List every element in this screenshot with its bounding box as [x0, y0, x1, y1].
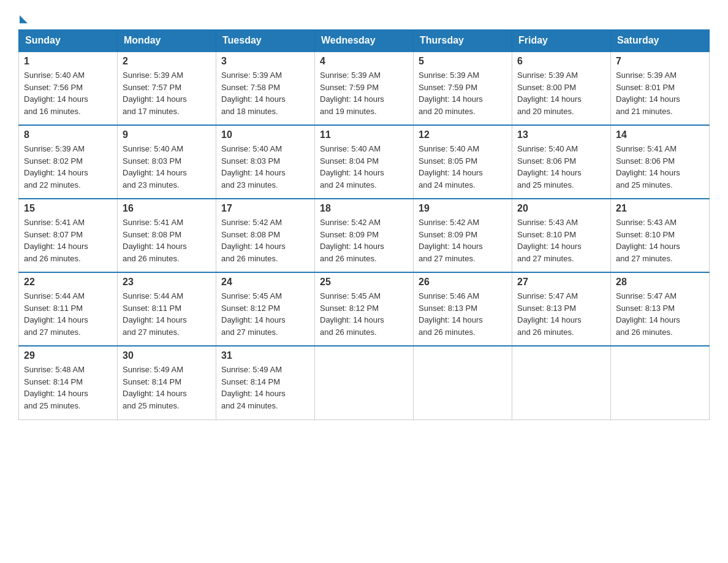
- calendar-header-thursday: Thursday: [414, 30, 512, 52]
- day-number: 27: [517, 277, 605, 288]
- day-info: Sunrise: 5:42 AMSunset: 8:09 PMDaylight:…: [419, 216, 507, 264]
- calendar-day-cell: 12Sunrise: 5:40 AMSunset: 8:05 PMDayligh…: [414, 125, 512, 199]
- day-info: Sunrise: 5:39 AMSunset: 7:59 PMDaylight:…: [419, 69, 507, 117]
- day-number: 4: [320, 56, 408, 67]
- calendar-week-row: 22Sunrise: 5:44 AMSunset: 8:11 PMDayligh…: [19, 272, 710, 346]
- calendar-day-cell: 17Sunrise: 5:42 AMSunset: 8:08 PMDayligh…: [216, 199, 315, 272]
- calendar-day-cell: 3Sunrise: 5:39 AMSunset: 7:58 PMDaylight…: [216, 52, 315, 125]
- day-number: 31: [221, 350, 309, 361]
- day-number: 30: [123, 350, 211, 361]
- calendar-day-cell: 10Sunrise: 5:40 AMSunset: 8:03 PMDayligh…: [216, 125, 315, 199]
- day-info: Sunrise: 5:39 AMSunset: 8:01 PMDaylight:…: [616, 69, 704, 117]
- calendar-day-cell: 28Sunrise: 5:47 AMSunset: 8:13 PMDayligh…: [611, 272, 710, 346]
- calendar-header-row: SundayMondayTuesdayWednesdayThursdayFrid…: [19, 30, 710, 52]
- day-info: Sunrise: 5:49 AMSunset: 8:14 PMDaylight:…: [221, 364, 309, 412]
- day-info: Sunrise: 5:45 AMSunset: 8:12 PMDaylight:…: [320, 290, 408, 338]
- day-info: Sunrise: 5:40 AMSunset: 8:04 PMDaylight:…: [320, 143, 408, 191]
- day-info: Sunrise: 5:44 AMSunset: 8:11 PMDaylight:…: [24, 290, 112, 338]
- day-info: Sunrise: 5:39 AMSunset: 7:59 PMDaylight:…: [320, 69, 408, 117]
- calendar-day-cell: [611, 346, 710, 419]
- calendar-week-row: 15Sunrise: 5:41 AMSunset: 8:07 PMDayligh…: [19, 199, 710, 272]
- calendar-day-cell: 9Sunrise: 5:40 AMSunset: 8:03 PMDaylight…: [118, 125, 216, 199]
- calendar-day-cell: 5Sunrise: 5:39 AMSunset: 7:59 PMDaylight…: [414, 52, 512, 125]
- day-number: 21: [616, 203, 704, 214]
- day-number: 25: [320, 277, 408, 288]
- day-number: 3: [221, 56, 309, 67]
- calendar-header-tuesday: Tuesday: [216, 30, 315, 52]
- day-number: 6: [517, 56, 605, 67]
- calendar-day-cell: 26Sunrise: 5:46 AMSunset: 8:13 PMDayligh…: [414, 272, 512, 346]
- day-number: 20: [517, 203, 605, 214]
- day-info: Sunrise: 5:43 AMSunset: 8:10 PMDaylight:…: [616, 216, 704, 264]
- day-number: 7: [616, 56, 704, 67]
- calendar-day-cell: 21Sunrise: 5:43 AMSunset: 8:10 PMDayligh…: [611, 199, 710, 272]
- day-number: 8: [24, 129, 112, 140]
- calendar-day-cell: 4Sunrise: 5:39 AMSunset: 7:59 PMDaylight…: [315, 52, 414, 125]
- calendar-header-saturday: Saturday: [611, 30, 710, 52]
- calendar-day-cell: 13Sunrise: 5:40 AMSunset: 8:06 PMDayligh…: [512, 125, 611, 199]
- calendar-day-cell: [512, 346, 611, 419]
- calendar-day-cell: 30Sunrise: 5:49 AMSunset: 8:14 PMDayligh…: [118, 346, 216, 419]
- day-info: Sunrise: 5:42 AMSunset: 8:09 PMDaylight:…: [320, 216, 408, 264]
- calendar-day-cell: 25Sunrise: 5:45 AMSunset: 8:12 PMDayligh…: [315, 272, 414, 346]
- calendar-day-cell: 24Sunrise: 5:45 AMSunset: 8:12 PMDayligh…: [216, 272, 315, 346]
- calendar-day-cell: 11Sunrise: 5:40 AMSunset: 8:04 PMDayligh…: [315, 125, 414, 199]
- calendar-day-cell: 19Sunrise: 5:42 AMSunset: 8:09 PMDayligh…: [414, 199, 512, 272]
- calendar-day-cell: 7Sunrise: 5:39 AMSunset: 8:01 PMDaylight…: [611, 52, 710, 125]
- day-number: 17: [221, 203, 309, 214]
- calendar-day-cell: 6Sunrise: 5:39 AMSunset: 8:00 PMDaylight…: [512, 52, 611, 125]
- page-header: [18, 12, 710, 23]
- day-number: 18: [320, 203, 408, 214]
- calendar-day-cell: 15Sunrise: 5:41 AMSunset: 8:07 PMDayligh…: [19, 199, 118, 272]
- day-info: Sunrise: 5:40 AMSunset: 8:05 PMDaylight:…: [419, 143, 507, 191]
- day-info: Sunrise: 5:46 AMSunset: 8:13 PMDaylight:…: [419, 290, 507, 338]
- day-number: 5: [419, 56, 507, 67]
- day-number: 24: [221, 277, 309, 288]
- calendar-day-cell: 31Sunrise: 5:49 AMSunset: 8:14 PMDayligh…: [216, 346, 315, 419]
- day-number: 12: [419, 129, 507, 140]
- day-info: Sunrise: 5:40 AMSunset: 7:56 PMDaylight:…: [24, 69, 112, 117]
- day-info: Sunrise: 5:44 AMSunset: 8:11 PMDaylight:…: [123, 290, 211, 338]
- day-info: Sunrise: 5:49 AMSunset: 8:14 PMDaylight:…: [123, 364, 211, 412]
- calendar-day-cell: 27Sunrise: 5:47 AMSunset: 8:13 PMDayligh…: [512, 272, 611, 346]
- day-info: Sunrise: 5:41 AMSunset: 8:08 PMDaylight:…: [123, 216, 211, 264]
- day-number: 14: [616, 129, 704, 140]
- calendar-table: SundayMondayTuesdayWednesdayThursdayFrid…: [18, 29, 710, 420]
- day-info: Sunrise: 5:39 AMSunset: 8:00 PMDaylight:…: [517, 69, 605, 117]
- day-info: Sunrise: 5:45 AMSunset: 8:12 PMDaylight:…: [221, 290, 309, 338]
- day-info: Sunrise: 5:39 AMSunset: 7:58 PMDaylight:…: [221, 69, 309, 117]
- day-number: 23: [123, 277, 211, 288]
- logo: [18, 12, 28, 23]
- day-info: Sunrise: 5:47 AMSunset: 8:13 PMDaylight:…: [517, 290, 605, 338]
- day-info: Sunrise: 5:39 AMSunset: 8:02 PMDaylight:…: [24, 143, 112, 191]
- calendar-header-sunday: Sunday: [19, 30, 118, 52]
- calendar-day-cell: [414, 346, 512, 419]
- day-info: Sunrise: 5:41 AMSunset: 8:06 PMDaylight:…: [616, 143, 704, 191]
- day-number: 2: [123, 56, 211, 67]
- calendar-week-row: 8Sunrise: 5:39 AMSunset: 8:02 PMDaylight…: [19, 125, 710, 199]
- calendar-header-friday: Friday: [512, 30, 611, 52]
- day-number: 10: [221, 129, 309, 140]
- calendar-header-monday: Monday: [118, 30, 216, 52]
- day-number: 28: [616, 277, 704, 288]
- day-number: 26: [419, 277, 507, 288]
- day-number: 9: [123, 129, 211, 140]
- calendar-day-cell: 8Sunrise: 5:39 AMSunset: 8:02 PMDaylight…: [19, 125, 118, 199]
- day-info: Sunrise: 5:39 AMSunset: 7:57 PMDaylight:…: [123, 69, 211, 117]
- day-number: 15: [24, 203, 112, 214]
- day-number: 11: [320, 129, 408, 140]
- calendar-week-row: 1Sunrise: 5:40 AMSunset: 7:56 PMDaylight…: [19, 52, 710, 125]
- calendar-header-wednesday: Wednesday: [315, 30, 414, 52]
- calendar-day-cell: 18Sunrise: 5:42 AMSunset: 8:09 PMDayligh…: [315, 199, 414, 272]
- calendar-day-cell: 16Sunrise: 5:41 AMSunset: 8:08 PMDayligh…: [118, 199, 216, 272]
- calendar-day-cell: 23Sunrise: 5:44 AMSunset: 8:11 PMDayligh…: [118, 272, 216, 346]
- calendar-day-cell: 14Sunrise: 5:41 AMSunset: 8:06 PMDayligh…: [611, 125, 710, 199]
- day-number: 29: [24, 350, 112, 361]
- day-info: Sunrise: 5:40 AMSunset: 8:06 PMDaylight:…: [517, 143, 605, 191]
- day-info: Sunrise: 5:40 AMSunset: 8:03 PMDaylight:…: [221, 143, 309, 191]
- day-number: 1: [24, 56, 112, 67]
- day-number: 19: [419, 203, 507, 214]
- calendar-day-cell: 22Sunrise: 5:44 AMSunset: 8:11 PMDayligh…: [19, 272, 118, 346]
- calendar-day-cell: 1Sunrise: 5:40 AMSunset: 7:56 PMDaylight…: [19, 52, 118, 125]
- day-number: 13: [517, 129, 605, 140]
